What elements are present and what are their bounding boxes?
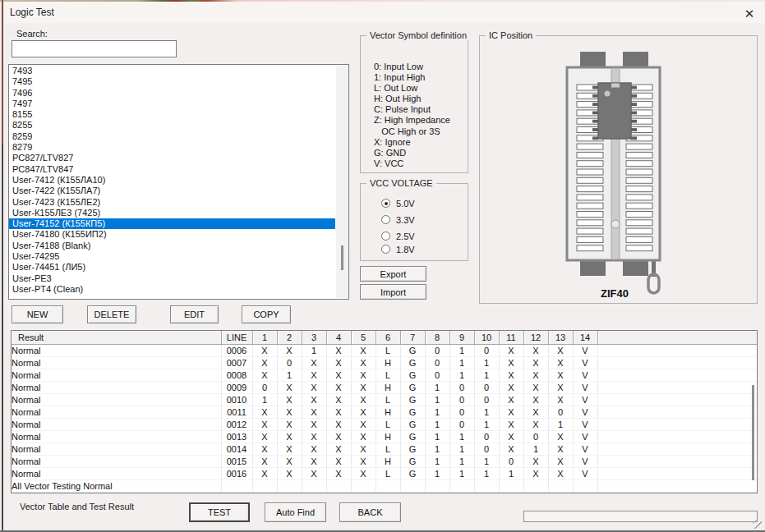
back-button[interactable]: BACK — [339, 502, 401, 522]
list-item[interactable]: User-74451 (ЛИ5) — [9, 262, 335, 273]
list-item[interactable]: 8255 — [9, 120, 335, 131]
table-row[interactable]: Normal0015XXXXXHG1110XXV — [12, 456, 757, 468]
list-item[interactable]: User-К155ЛЕ3 (7425) — [9, 208, 335, 218]
new-button[interactable]: NEW — [12, 305, 63, 323]
column-header-filler[interactable] — [597, 331, 757, 345]
list-item[interactable]: 8279 — [9, 142, 335, 153]
footer-cell: All Vector Testing Normal — [12, 480, 221, 493]
test-button[interactable]: TEST — [189, 502, 250, 522]
table-row[interactable]: Normal0011XXXXXHG101XX0V — [12, 406, 757, 419]
column-header-9[interactable]: 9 — [449, 331, 474, 345]
radio-icon[interactable] — [381, 215, 390, 224]
import-button[interactable]: Import — [360, 284, 426, 300]
export-button[interactable]: Export — [360, 266, 426, 282]
edit-button[interactable]: EDIT — [170, 305, 219, 323]
line-cell: 0007 — [221, 357, 252, 369]
table-row[interactable]: Normal0008X1XXXLG011XXXV — [12, 369, 757, 382]
list-item[interactable]: 8259 — [9, 131, 335, 142]
table-row[interactable]: Normal0012XXXXXLG101XX1V — [12, 419, 757, 431]
radio-icon[interactable] — [381, 245, 390, 254]
list-scrollbar-thumb[interactable] — [341, 245, 343, 270]
list-item[interactable]: User-74152 (К155КП5) — [9, 218, 335, 229]
result-cell: Normal — [12, 369, 221, 382]
list-item[interactable]: User-74180 (К155ИП2) — [9, 229, 335, 240]
list-item[interactable]: User-7412 (К155ЛА10) — [9, 175, 335, 186]
vector-cell: 1 — [425, 468, 449, 480]
list-item[interactable]: User-7422 (К155ЛА7) — [9, 186, 335, 196]
vector-table[interactable]: ResultLINE1234567891011121314 Normal0006… — [11, 330, 758, 493]
table-row[interactable]: Normal00090XXXXHG100XXXV — [12, 382, 757, 394]
delete-button[interactable]: DELETE — [87, 305, 136, 323]
table-scrollbar-thumb[interactable] — [752, 385, 754, 480]
column-header-3[interactable]: 3 — [302, 331, 326, 345]
table-row[interactable]: Normal0016XXXXXLG1111XXV — [12, 468, 757, 480]
empty-cell — [449, 480, 474, 493]
table-row[interactable]: Normal0007X0XXXHG011XXXV — [12, 357, 757, 369]
vcc-option-5.0V[interactable]: 5.0V — [381, 198, 415, 209]
ic-position-group-title: IC Position — [486, 30, 536, 40]
vector-cell: X — [548, 382, 573, 394]
vector-cell: H — [376, 357, 400, 369]
column-header-11[interactable]: 11 — [499, 331, 523, 345]
vector-cell: V — [573, 419, 597, 431]
filler-cell — [597, 431, 757, 443]
auto-find-button[interactable]: Auto Find — [265, 502, 326, 522]
vcc-option-3.3V[interactable]: 3.3V — [381, 214, 415, 225]
vcc-option-1.8V[interactable]: 1.8V — [381, 244, 415, 255]
copy-button[interactable]: COPY — [242, 305, 291, 323]
vector-cell: X — [326, 357, 351, 369]
vcc-option-2.5V[interactable]: 2.5V — [381, 231, 415, 241]
empty-cell — [221, 493, 252, 494]
vector-cell: 0 — [425, 369, 449, 382]
line-cell: 0013 — [221, 431, 252, 443]
table-row[interactable]: Normal0013XXXXXHG110X0XV — [12, 431, 757, 443]
column-header-14[interactable]: 14 — [573, 331, 597, 345]
vector-cell: 1 — [425, 382, 449, 394]
column-header-12[interactable]: 12 — [523, 331, 548, 345]
vcc-option-label: 3.3V — [396, 215, 415, 225]
column-header-13[interactable]: 13 — [548, 331, 573, 345]
list-item[interactable]: 7493 — [9, 66, 335, 76]
column-header-8[interactable]: 8 — [425, 331, 449, 345]
vector-symbol-line: 1: Input High — [374, 72, 466, 83]
vector-cell: V — [573, 357, 597, 369]
column-header-1[interactable]: 1 — [252, 331, 277, 345]
list-item[interactable]: 7497 — [9, 99, 335, 109]
vector-cell: 1 — [474, 357, 499, 369]
list-item[interactable]: PC827/LTV827 — [9, 153, 335, 163]
list-item[interactable]: User-74295 — [9, 251, 335, 262]
table-row[interactable]: Normal00101XXXXLG100XXXV — [12, 394, 757, 406]
column-header-5[interactable]: 5 — [351, 331, 376, 345]
table-row[interactable]: Normal0006XX1XXLG010XXXV — [12, 345, 757, 357]
list-item[interactable]: User-74188 (Blank) — [9, 241, 335, 251]
list-item[interactable]: User-PE3 — [9, 273, 335, 284]
column-header-2[interactable]: 2 — [277, 331, 302, 345]
list-item[interactable]: PC847/LTV847 — [9, 164, 335, 175]
column-header-4[interactable]: 4 — [326, 331, 351, 345]
radio-icon[interactable] — [381, 199, 390, 208]
vector-cell: X — [499, 419, 523, 431]
close-icon[interactable]: ✕ — [740, 4, 759, 24]
empty-cell — [221, 480, 252, 493]
column-header-line[interactable]: LINE — [221, 331, 252, 345]
search-input[interactable] — [12, 40, 177, 57]
result-cell: Normal — [12, 382, 221, 394]
vector-cell: 0 — [523, 431, 548, 443]
resize-grip[interactable] — [753, 520, 762, 529]
list-item[interactable]: 7496 — [9, 88, 335, 99]
list-item[interactable]: 7495 — [9, 76, 335, 87]
vector-cell: X — [499, 443, 523, 456]
vector-cell: G — [400, 431, 425, 443]
list-item[interactable]: User-PT4 (Clean) — [9, 284, 335, 295]
column-header-6[interactable]: 6 — [376, 331, 400, 345]
list-item[interactable]: User-7423 (К155ЛЕ2) — [9, 197, 335, 208]
column-header-result[interactable]: Result — [12, 331, 221, 345]
radio-icon[interactable] — [381, 232, 390, 241]
table-row[interactable]: Normal0014XXXXXLG110X1XV — [12, 443, 757, 456]
list-item[interactable]: 8155 — [9, 109, 335, 120]
column-header-10[interactable]: 10 — [474, 331, 499, 345]
vector-cell: X — [277, 394, 302, 406]
column-header-7[interactable]: 7 — [400, 331, 425, 345]
list-scrollbar[interactable] — [336, 66, 348, 298]
chip-list[interactable]: 74937495749674978155825582598279PC827/LT… — [8, 64, 349, 300]
